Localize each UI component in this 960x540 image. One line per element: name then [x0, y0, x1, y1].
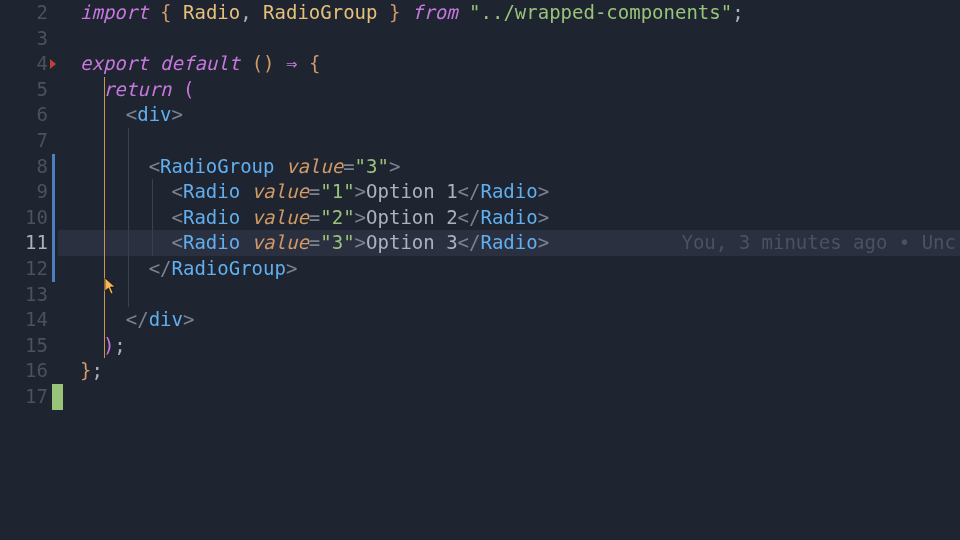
code-line[interactable] [58, 384, 960, 410]
text-cursor [52, 384, 63, 410]
line-number[interactable]: 12 [0, 256, 48, 282]
line-number[interactable]: 6 [0, 102, 48, 128]
line-number[interactable]: 3 [0, 26, 48, 52]
indent-guide [152, 179, 153, 256]
line-number[interactable]: 8 [0, 154, 48, 180]
code-editor[interactable]: 234567891011121314151617 import { Radio,… [0, 0, 960, 540]
line-number[interactable]: 17 [0, 384, 48, 410]
line-number[interactable]: 16 [0, 358, 48, 384]
line-number[interactable]: 15 [0, 333, 48, 359]
line-number[interactable]: 4 [0, 51, 48, 77]
line-number[interactable]: 5 [0, 77, 48, 103]
line-number[interactable]: 11 [0, 230, 48, 256]
line-number-gutter[interactable]: 234567891011121314151617 [0, 0, 58, 540]
code-line[interactable]: <Radio value="1">Option 1</Radio> [58, 179, 960, 205]
line-number[interactable]: 2 [0, 0, 48, 26]
code-line[interactable]: <Radio value="3">Option 3</Radio>You, 3 … [58, 230, 960, 256]
code-line[interactable]: <div> [58, 102, 960, 128]
line-number[interactable]: 9 [0, 179, 48, 205]
indent-guide [128, 128, 129, 307]
code-line[interactable] [58, 282, 960, 308]
code-line[interactable]: export default () ⇒ { [58, 51, 960, 77]
code-area[interactable]: import { Radio, RadioGroup } from "../wr… [58, 0, 960, 540]
code-line[interactable] [58, 26, 960, 52]
fold-marker-icon[interactable] [50, 59, 56, 69]
code-line[interactable]: ); [58, 333, 960, 359]
git-change-indicator[interactable] [52, 154, 55, 282]
code-line[interactable]: return ( [58, 77, 960, 103]
line-number[interactable]: 13 [0, 282, 48, 308]
indent-guide [104, 77, 105, 359]
line-number[interactable]: 10 [0, 205, 48, 231]
code-line[interactable]: </div> [58, 307, 960, 333]
line-number[interactable]: 14 [0, 307, 48, 333]
code-line[interactable]: <Radio value="2">Option 2</Radio> [58, 205, 960, 231]
line-number[interactable]: 7 [0, 128, 48, 154]
code-line[interactable]: <RadioGroup value="3"> [58, 154, 960, 180]
code-line[interactable]: </RadioGroup> [58, 256, 960, 282]
code-line[interactable]: }; [58, 358, 960, 384]
code-line[interactable]: import { Radio, RadioGroup } from "../wr… [58, 0, 960, 26]
git-blame-annotation[interactable]: You, 3 minutes ago • Unc [681, 230, 960, 256]
code-line[interactable] [58, 128, 960, 154]
